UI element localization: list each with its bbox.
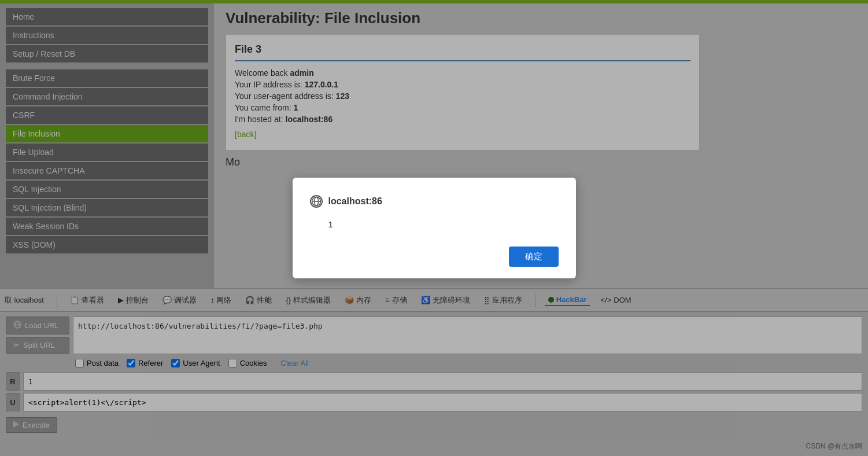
globe-icon [310,195,323,208]
modal-dialog: localhost:86 1 确定 [293,178,576,278]
modal-header: localhost:86 [310,195,559,208]
modal-confirm-button[interactable]: 确定 [509,247,559,267]
modal-footer: 确定 [310,247,559,267]
modal-body: 1 [310,214,559,235]
modal-value: 1 [328,219,333,229]
modal-host: localhost:86 [328,196,382,207]
modal-overlay[interactable]: localhost:86 1 确定 [0,0,868,456]
